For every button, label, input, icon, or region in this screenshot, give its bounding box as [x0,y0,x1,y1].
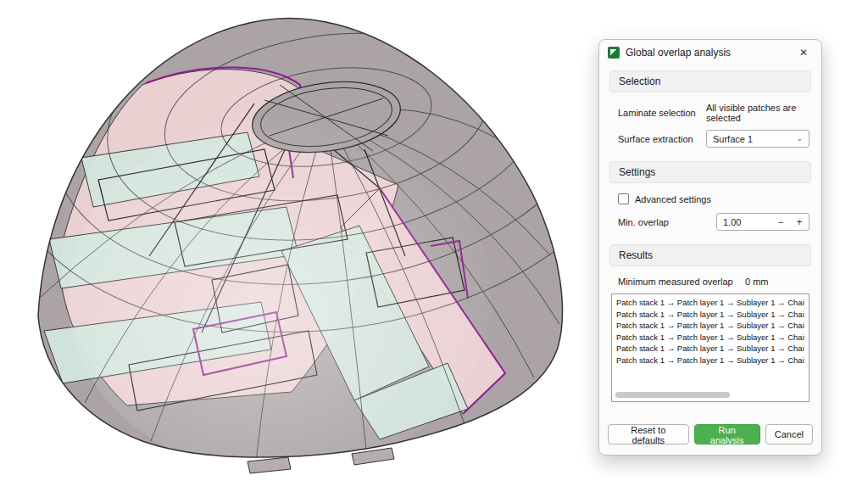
reset-to-defaults-button[interactable]: Reset to defaults [608,424,689,444]
result-item[interactable]: Patch stack 1 → Patch layer 1 → Sublayer… [616,332,804,344]
3d-viewport[interactable] [0,0,593,492]
result-item[interactable]: Patch stack 1 → Patch layer 1 → Sublayer… [616,343,804,355]
results-section: Results Minimum measured overlap 0 mm Pa… [609,244,811,402]
run-analysis-button[interactable]: Run analysis [694,424,760,444]
min-overlap-spinbox[interactable]: 1.00 − + [716,213,810,231]
result-item[interactable]: Patch stack 1 → Patch layer 1 → Sublayer… [616,297,804,309]
app-screen: Global overlap analysis ✕ Selection Lami… [0,0,868,492]
dialog-title: Global overlap analysis [626,47,731,59]
advanced-settings-checkbox[interactable] [618,193,629,204]
surface-highlight [68,119,492,475]
close-icon[interactable]: ✕ [791,43,816,62]
surface-extraction-select[interactable]: Surface 1 ⌄ [706,130,810,148]
cancel-button[interactable]: Cancel [765,424,813,444]
surface-extraction-label: Surface extraction [618,134,706,144]
increment-button[interactable]: + [790,214,809,230]
global-overlap-analysis-dialog: Global overlap analysis ✕ Selection Lami… [598,39,822,456]
settings-section: Settings Advanced settings Min. overlap … [609,161,811,231]
surface-extraction-value: Surface 1 [713,134,753,144]
advanced-settings-label: Advanced settings [635,194,711,204]
horizontal-scrollbar[interactable] [615,392,730,398]
selection-section: Selection Laminate selection All visible… [609,70,811,148]
laminate-selection-value: All visible patches are selected [706,103,810,123]
chevron-down-icon: ⌄ [796,135,803,143]
results-listbox[interactable]: Patch stack 1 → Patch layer 1 → Sublayer… [611,294,810,402]
laminate-selection-label: Laminate selection [618,108,706,118]
results-section-header: Results [609,244,811,266]
dialog-titlebar[interactable]: Global overlap analysis ✕ [599,40,821,65]
min-measured-overlap-label: Minimum measured overlap [618,277,745,287]
min-measured-overlap-value: 0 mm [745,277,769,287]
min-overlap-value[interactable]: 1.00 [717,217,771,227]
decrement-button[interactable]: − [771,214,790,230]
result-item[interactable]: Patch stack 1 → Patch layer 1 → Sublayer… [616,309,804,321]
min-overlap-label: Min. overlap [618,217,716,227]
result-item[interactable]: Patch stack 1 → Patch layer 1 → Sublayer… [616,355,804,366]
selection-section-header: Selection [609,70,811,92]
dialog-footer: Reset to defaults Run analysis Cancel [599,416,821,455]
app-icon [608,47,620,59]
dome-scene [0,0,593,492]
settings-section-header: Settings [609,161,811,183]
result-item[interactable]: Patch stack 1 → Patch layer 1 → Sublayer… [616,320,804,332]
